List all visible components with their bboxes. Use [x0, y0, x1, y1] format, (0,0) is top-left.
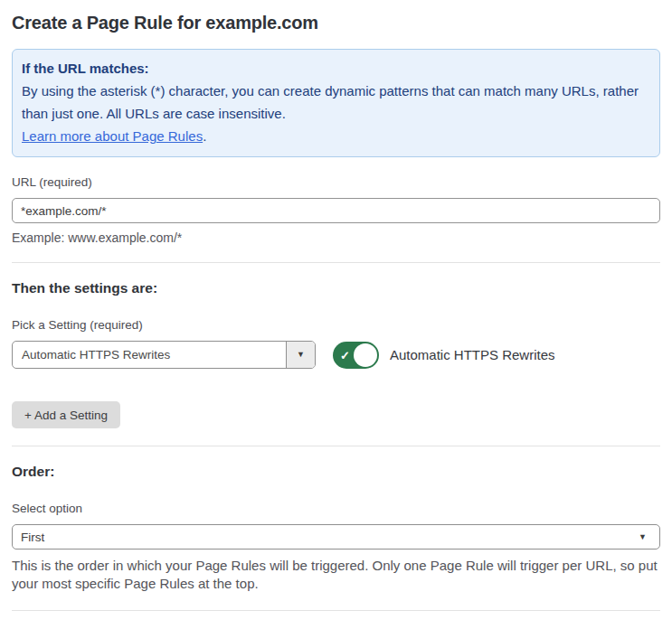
- order-helper-text: This is the order in which your Page Rul…: [12, 557, 660, 593]
- order-section-heading: Order:: [12, 464, 660, 480]
- order-select[interactable]: First ▼: [12, 524, 660, 550]
- chevron-down-icon: ▼: [297, 351, 305, 359]
- setting-dropdown-button[interactable]: ▼: [286, 342, 315, 368]
- divider: [12, 610, 660, 611]
- url-helper-text: Example: www.example.com/*: [12, 230, 660, 245]
- setting-dropdown[interactable]: Automatic HTTPS Rewrites ▼: [12, 341, 316, 369]
- url-label: URL (required): [12, 175, 660, 189]
- add-setting-button[interactable]: + Add a Setting: [12, 401, 120, 428]
- page-title: Create a Page Rule for example.com: [12, 0, 660, 33]
- toggle-knob: [354, 343, 377, 367]
- info-box-heading: If the URL matches:: [22, 57, 650, 80]
- check-icon: ✓: [340, 348, 350, 362]
- setting-row: Automatic HTTPS Rewrites ▼ ✓ Automatic H…: [12, 341, 660, 369]
- pick-setting-label: Pick a Setting (required): [12, 318, 660, 332]
- learn-more-link[interactable]: Learn more about Page Rules: [22, 128, 203, 144]
- url-matches-info-box: If the URL matches: By using the asteris…: [12, 49, 660, 157]
- automatic-https-rewrites-toggle[interactable]: ✓: [333, 342, 379, 369]
- link-suffix: .: [203, 128, 206, 144]
- settings-section-heading: Then the settings are:: [12, 280, 660, 296]
- order-select-value: First: [21, 531, 44, 544]
- page-rule-form: Create a Page Rule for example.com If th…: [0, 0, 672, 620]
- toggle-label: Automatic HTTPS Rewrites: [390, 347, 555, 362]
- setting-dropdown-value: Automatic HTTPS Rewrites: [13, 342, 286, 368]
- info-box-body: By using the asterisk (*) character, you…: [22, 80, 650, 125]
- toggle-group: ✓ Automatic HTTPS Rewrites: [333, 342, 555, 369]
- divider: [12, 262, 660, 263]
- select-option-label: Select option: [12, 502, 660, 515]
- url-input[interactable]: [12, 198, 660, 223]
- chevron-down-icon: ▼: [639, 533, 647, 541]
- info-box-link-line: Learn more about Page Rules.: [22, 125, 650, 147]
- divider: [12, 446, 660, 446]
